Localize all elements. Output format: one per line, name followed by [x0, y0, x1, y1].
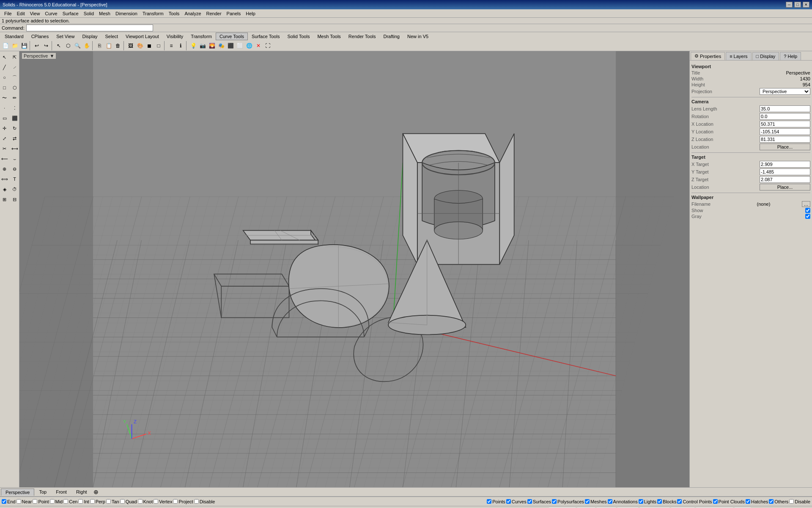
osnap-knot-check[interactable] — [138, 499, 143, 504]
zoom-icon[interactable]: 🔍 — [73, 41, 82, 50]
point-tool[interactable]: · — [0, 103, 9, 113]
tab-curve-tools[interactable]: Curve Tools — [216, 33, 248, 40]
snap-point-clouds-check[interactable] — [713, 499, 718, 504]
analysis-tool[interactable]: ◈ — [0, 185, 9, 194]
snap-blocks-check[interactable] — [657, 499, 662, 504]
viewport-label[interactable]: Perspective ▼ — [22, 53, 56, 59]
snap-lights-check[interactable] — [639, 499, 643, 504]
delete-icon[interactable]: 🗑 — [113, 41, 123, 50]
polygon-tool[interactable]: ⬡ — [10, 83, 19, 92]
show-checkbox[interactable] — [805, 208, 810, 213]
menu-file[interactable]: File — [2, 11, 14, 17]
snap-control-points-check[interactable] — [677, 499, 682, 504]
texture-icon[interactable]: ⬛ — [226, 41, 235, 50]
y-location-input[interactable] — [760, 128, 810, 135]
menu-mesh[interactable]: Mesh — [96, 11, 113, 17]
fullscreen-icon[interactable]: ⛶ — [263, 41, 272, 50]
osnap-point-check[interactable] — [33, 499, 37, 504]
render-icon[interactable]: 🎨 — [135, 41, 145, 50]
undo-icon[interactable]: ↩ — [32, 41, 41, 50]
osnap-project-check[interactable] — [173, 499, 178, 504]
osnap-int-check[interactable] — [78, 499, 83, 504]
tgt-place-button[interactable]: Place... — [760, 184, 810, 190]
snap-polysurfaces-check[interactable] — [552, 499, 557, 504]
circle-tool[interactable]: ○ — [0, 73, 9, 82]
snap-disable-check[interactable] — [789, 499, 794, 504]
command-input[interactable] — [26, 25, 153, 31]
menu-surface[interactable]: Surface — [60, 11, 81, 17]
redo-icon[interactable]: ↪ — [41, 41, 51, 50]
osnap-cen-check[interactable] — [63, 499, 68, 504]
lasso-icon[interactable]: ⬡ — [63, 41, 73, 50]
viewport-dropdown-icon[interactable]: ▼ — [49, 53, 54, 58]
fillet-tool[interactable]: ⌣ — [10, 154, 19, 163]
surface-tool[interactable]: ▭ — [0, 113, 9, 123]
pan-icon[interactable]: ✋ — [82, 41, 91, 50]
boolean-diff-tool[interactable]: ⊖ — [10, 164, 19, 174]
open-icon[interactable]: 📁 — [10, 41, 19, 50]
menu-curve[interactable]: Curve — [42, 11, 60, 17]
offset-tool[interactable]: ⟵ — [0, 154, 9, 163]
viewport-projection-dropdown[interactable]: Perspective Parallel Two Point — [760, 88, 810, 95]
vp-tab-top[interactable]: Top — [34, 488, 51, 496]
minimize-button[interactable]: ─ — [786, 2, 793, 8]
tab-standard[interactable]: Standard — [1, 33, 27, 40]
tab-new-in-v5[interactable]: New in V5 — [403, 33, 432, 40]
rotate-tool[interactable]: ↻ — [10, 124, 19, 133]
x-location-input[interactable] — [760, 121, 810, 127]
menu-edit[interactable]: Edit — [14, 11, 27, 17]
material-icon[interactable]: 🎭 — [217, 41, 226, 50]
mesh-tool[interactable]: ⬛ — [10, 113, 19, 123]
snap-tool[interactable]: ⊞ — [0, 195, 9, 204]
snap-meshes-check[interactable] — [585, 499, 590, 504]
snap-points-check[interactable] — [487, 499, 491, 504]
rotation-input[interactable] — [760, 113, 810, 120]
vp-tab-front[interactable]: Front — [51, 488, 71, 496]
tab-set-view[interactable]: Set View — [52, 33, 78, 40]
add-viewport-button[interactable]: ⊕ — [92, 489, 100, 495]
snap-curves-check[interactable] — [506, 499, 511, 504]
filename-browse-button[interactable]: … — [802, 201, 810, 207]
mirror-tool[interactable]: ⇄ — [10, 134, 19, 143]
maximize-button[interactable]: □ — [794, 2, 801, 8]
scale-tool[interactable]: ⤢ — [0, 134, 9, 143]
rpanel-tab-properties[interactable]: ⚙ Properties — [691, 52, 725, 60]
copy-icon[interactable]: ⎘ — [95, 41, 104, 50]
tab-solid-tools[interactable]: Solid Tools — [283, 33, 313, 40]
select-tool[interactable]: ↖ — [0, 52, 9, 62]
rpanel-tab-layers[interactable]: ≡ Layers — [726, 52, 751, 60]
close-button[interactable]: ✕ — [803, 2, 809, 8]
tab-transform[interactable]: Transform — [187, 33, 216, 40]
properties-icon[interactable]: ℹ — [176, 41, 185, 50]
render-preview-icon[interactable]: 🖼 — [126, 41, 135, 50]
arc-tool[interactable]: ⌒ — [10, 73, 19, 82]
tab-surface-tools[interactable]: Surface Tools — [248, 33, 283, 40]
rpanel-tab-help[interactable]: ? Help — [780, 52, 801, 60]
cam-place-button[interactable]: Place... — [760, 144, 810, 150]
rectangle-tool[interactable]: □ — [0, 83, 9, 92]
vp-tab-perspective[interactable]: Perspective — [1, 489, 34, 496]
z-location-input[interactable] — [760, 136, 810, 143]
gray-checkbox[interactable] — [805, 214, 810, 219]
tab-visibility[interactable]: Visibility — [163, 33, 187, 40]
polyline-tool[interactable]: ⟋ — [10, 63, 19, 72]
x-icon[interactable]: ✕ — [254, 41, 263, 50]
tab-viewport-layout[interactable]: Viewport Layout — [122, 33, 163, 40]
select-filter-tool[interactable]: ⇱ — [10, 52, 19, 62]
menu-panels[interactable]: Panels — [224, 11, 244, 17]
menu-dimension[interactable]: Dimension — [113, 11, 140, 17]
menu-solid[interactable]: Solid — [81, 11, 96, 17]
snap-surfaces-check[interactable] — [527, 499, 532, 504]
wire-icon[interactable]: □ — [154, 41, 163, 50]
trim-tool[interactable]: ✂ — [0, 144, 9, 153]
history-tool[interactable]: ⏱ — [10, 185, 19, 194]
osnap-mid-check[interactable] — [50, 499, 55, 504]
x-target-input[interactable] — [760, 161, 810, 168]
line-tool[interactable]: ╱ — [0, 63, 9, 72]
env-icon[interactable]: 🌐 — [244, 41, 254, 50]
tab-cplanes[interactable]: CPlanes — [27, 33, 53, 40]
point-cloud-tool[interactable]: ⁚ — [10, 103, 19, 113]
snap-annotations-check[interactable] — [608, 499, 612, 504]
tab-display[interactable]: Display — [78, 33, 101, 40]
menu-transform[interactable]: Transform — [140, 11, 166, 17]
